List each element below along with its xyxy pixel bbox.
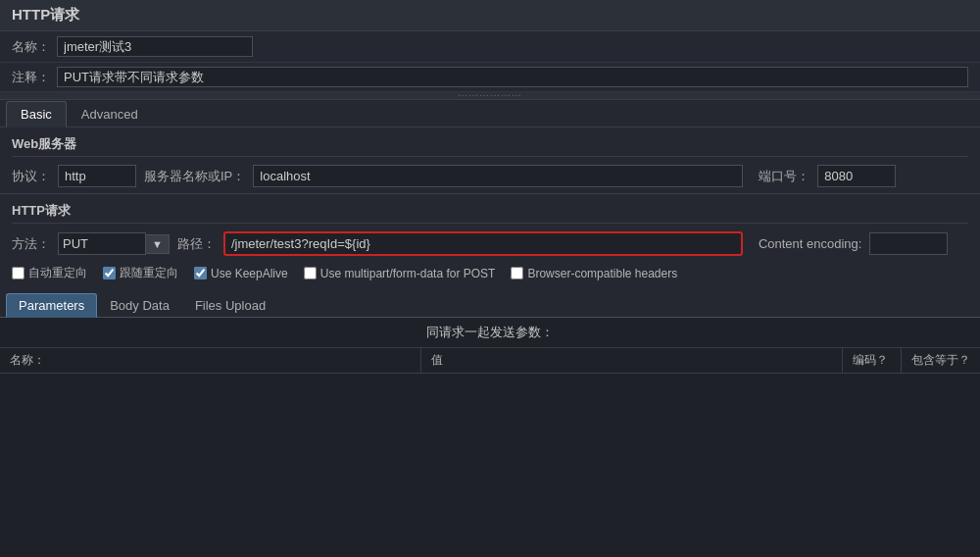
path-label: 路径： xyxy=(177,235,216,253)
browser-headers-input[interactable] xyxy=(511,267,523,279)
http-request-section: HTTP请求 方法： PUT GET POST DELETE PATCH ▼ 路… xyxy=(0,194,980,288)
name-row: 名称： xyxy=(0,31,980,63)
comment-label: 注释： xyxy=(12,69,51,86)
resize-handle[interactable]: ⋯⋯⋯⋯⋯⋯ xyxy=(0,92,980,100)
method-select-wrapper: PUT GET POST DELETE PATCH ▼ xyxy=(58,232,170,255)
tab-basic[interactable]: Basic xyxy=(6,101,67,127)
multipart-input[interactable] xyxy=(304,267,317,279)
protocol-label: 协议： xyxy=(12,168,50,185)
port-input[interactable] xyxy=(817,165,896,187)
main-tabs: Basic Advanced xyxy=(0,100,980,127)
auto-redirect-checkbox[interactable]: 自动重定向 xyxy=(12,265,87,281)
path-input[interactable] xyxy=(223,231,743,256)
server-label: 服务器名称或IP： xyxy=(144,168,245,185)
panel-title: HTTP请求 xyxy=(12,6,79,23)
inner-tab-parameters[interactable]: Parameters xyxy=(6,293,97,318)
name-label: 名称： xyxy=(12,38,51,56)
browser-headers-checkbox[interactable]: Browser-compatible headers xyxy=(511,267,677,280)
web-server-row: 协议： 服务器名称或IP： 端口号： xyxy=(12,161,968,191)
http-section-title: HTTP请求 xyxy=(12,198,968,224)
checkboxes-row: 自动重定向 跟随重定向 Use KeepAlive Use multipart/… xyxy=(12,260,968,286)
inner-tab-files-upload[interactable]: Files Upload xyxy=(182,293,278,318)
params-area: 同请求一起发送参数： 名称： 值 编码？ 包含等于？ xyxy=(0,318,980,557)
web-server-title: Web服务器 xyxy=(12,131,968,157)
params-header: 同请求一起发送参数： xyxy=(0,318,980,348)
panel-header: HTTP请求 xyxy=(0,0,980,31)
follow-redirect-input[interactable] xyxy=(103,267,116,279)
multipart-checkbox[interactable]: Use multipart/form-data for POST xyxy=(304,267,496,280)
http-request-panel: HTTP请求 名称： 注释： ⋯⋯⋯⋯⋯⋯ Basic Advanced Web… xyxy=(0,0,980,557)
col-encoded: 编码？ xyxy=(843,348,902,373)
method-select[interactable]: PUT GET POST DELETE PATCH xyxy=(58,232,146,255)
keep-alive-input[interactable] xyxy=(194,267,207,279)
content-encoding-label: Content encoding: xyxy=(759,236,862,251)
content-encoding-input[interactable] xyxy=(869,232,948,255)
protocol-input[interactable] xyxy=(58,165,136,187)
col-name: 名称： xyxy=(0,348,421,373)
inner-tabs: Parameters Body Data Files Upload xyxy=(0,292,980,318)
name-input[interactable] xyxy=(57,36,253,57)
col-include: 包含等于？ xyxy=(902,348,980,373)
params-columns: 名称： 值 编码？ 包含等于？ xyxy=(0,348,980,374)
tab-advanced[interactable]: Advanced xyxy=(67,101,153,127)
method-label: 方法： xyxy=(12,235,50,253)
comment-row: 注释： xyxy=(0,63,980,92)
auto-redirect-input[interactable] xyxy=(12,267,24,279)
inner-tab-body-data[interactable]: Body Data xyxy=(97,293,182,318)
server-input[interactable] xyxy=(253,165,743,187)
keep-alive-checkbox[interactable]: Use KeepAlive xyxy=(194,267,288,280)
method-path-row: 方法： PUT GET POST DELETE PATCH ▼ 路径： Cont… xyxy=(12,228,968,260)
port-label: 端口号： xyxy=(759,168,809,185)
params-body xyxy=(0,374,980,557)
comment-input[interactable] xyxy=(57,67,968,87)
follow-redirect-checkbox[interactable]: 跟随重定向 xyxy=(103,265,178,281)
method-dropdown-btn[interactable]: ▼ xyxy=(146,234,170,254)
web-server-section: Web服务器 协议： 服务器名称或IP： 端口号： xyxy=(0,127,980,193)
col-value: 值 xyxy=(421,348,843,373)
